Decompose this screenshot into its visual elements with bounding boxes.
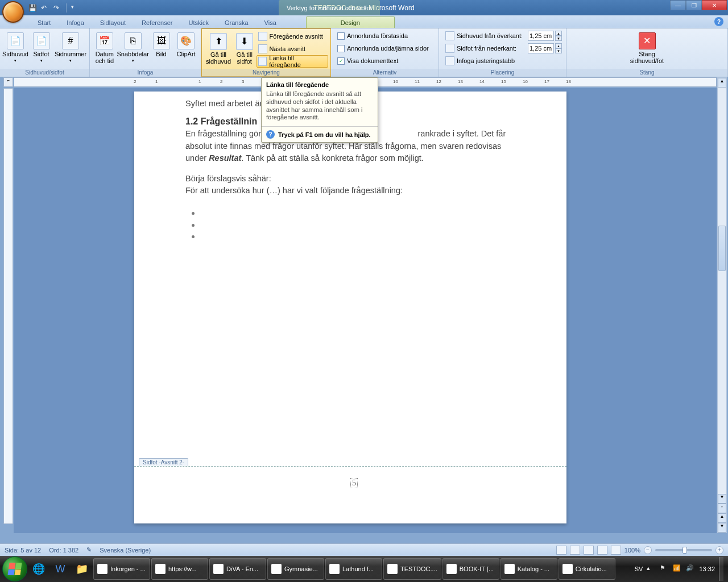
footer-margin-input[interactable] <box>528 43 554 53</box>
group-infoga: 📅Datum och tid ⎘Snabbdelar▾ 🖼Bild 🎨ClipA… <box>90 28 201 77</box>
ga-till-sidfot-button[interactable]: ⬇Gå till sidfot <box>233 30 257 68</box>
clipart-button[interactable]: 🎨ClipArt <box>173 30 198 60</box>
scroll-thumb[interactable] <box>718 226 726 271</box>
maximize-button[interactable]: ❐ <box>686 0 702 10</box>
calendar-icon: 📅 <box>96 32 113 49</box>
group-label: Alternativ <box>331 69 439 77</box>
taskbar-item[interactable]: Lathund f... <box>325 558 382 580</box>
office-button[interactable] <box>2 1 24 23</box>
browse-object-button[interactable]: ◦ <box>718 504 726 513</box>
save-icon[interactable]: 💾 <box>28 4 36 12</box>
document-page[interactable]: Syftet med arbetet är 1.2 Frågeställnin … <box>134 92 566 523</box>
ga-till-sidhuvud-button[interactable]: ⬆Gå till sidhuvud <box>204 30 233 68</box>
taskbar-item[interactable]: Katalog - ... <box>500 558 557 580</box>
spin-down-icon[interactable]: ▼ <box>555 48 562 53</box>
doc-text-italic: Resultat <box>209 153 241 163</box>
sidnummer-button[interactable]: #Sidnummer▾ <box>54 30 87 66</box>
bullet-item <box>201 207 520 219</box>
explorer-pinned-icon[interactable]: 📁 <box>72 559 92 579</box>
next-page-button[interactable]: ▼ <box>718 523 726 533</box>
taskbar-item[interactable]: TESTDOC.... <box>383 558 441 580</box>
spin-down-icon[interactable]: ▼ <box>555 36 562 41</box>
infoga-justeringstabb-button[interactable]: Infoga justeringstabb <box>444 55 564 67</box>
redo-icon[interactable]: ↷ <box>53 4 61 12</box>
sidhuvud-button[interactable]: 📄Sidhuvud▾ <box>2 30 28 66</box>
taskbar-item[interactable]: Cirkulatio... <box>559 558 615 580</box>
ruler-corner[interactable]: ⌐ <box>3 77 13 87</box>
taskbar-item[interactable]: https://w... <box>151 558 208 580</box>
prev-page-button[interactable]: ▲ <box>718 513 726 523</box>
footer-section-label[interactable]: Sidfot -Avsnitt 2- <box>139 458 188 466</box>
ruler-tick: 18 <box>566 79 571 84</box>
proofing-icon[interactable]: ✎ <box>86 546 92 554</box>
tab-referenser[interactable]: Referenser <box>134 17 180 28</box>
vertical-ruler[interactable] <box>3 88 13 524</box>
annorlunda-udda-checkbox[interactable]: Annorlunda udda/jämna sidor <box>336 42 431 55</box>
tab-granska[interactable]: Granska <box>217 17 257 28</box>
tab-sidlayout[interactable]: Sidlayout <box>92 17 134 28</box>
language-status[interactable]: Svenska (Sverige) <box>100 547 151 554</box>
system-tray: SV ▴ ⚑ 📶 🔊 13:32 <box>635 557 726 581</box>
taskbar-item[interactable]: BOOK-IT [... <box>442 558 499 580</box>
zoom-in-button[interactable]: + <box>715 546 723 554</box>
scroll-up-button[interactable]: ▲ <box>718 78 726 88</box>
tab-visa[interactable]: Visa <box>257 17 284 28</box>
zoom-slider[interactable] <box>655 549 712 551</box>
draft-view-button[interactable] <box>611 546 621 555</box>
zoom-out-button[interactable]: − <box>644 546 652 554</box>
ruler-tick: 17 <box>544 79 549 84</box>
print-layout-view-button[interactable] <box>556 546 566 555</box>
footer-margin-spinner[interactable]: ▲▼ <box>528 43 562 53</box>
zoom-slider-thumb[interactable] <box>682 547 687 554</box>
qat-more-icon[interactable]: ▾ <box>71 4 79 12</box>
help-icon[interactable]: ? <box>714 17 723 26</box>
show-hidden-icon[interactable]: ▴ <box>647 564 656 573</box>
undo-icon[interactable]: ↶ <box>41 4 49 12</box>
word-pinned-icon[interactable]: W <box>50 559 71 579</box>
group-stang: ✕Stäng sidhuvud/fot Stäng <box>566 28 728 77</box>
taskbar-item[interactable]: Gymnasie... <box>267 558 324 580</box>
datum-button[interactable]: 📅Datum och tid <box>92 30 117 67</box>
spin-up-icon[interactable]: ▲ <box>555 31 562 36</box>
bild-button[interactable]: 🖼Bild <box>149 30 174 60</box>
volume-icon[interactable]: 🔊 <box>686 564 695 573</box>
word-count[interactable]: Ord: 1 382 <box>49 547 78 554</box>
flag-icon[interactable]: ⚑ <box>660 564 669 573</box>
doc-text: rankrade i syftet. Det får <box>418 129 506 138</box>
stang-sidhuvud-button[interactable]: ✕Stäng sidhuvud/fot <box>628 30 666 67</box>
bullet-item <box>201 219 520 231</box>
annorlunda-forstasida-checkbox[interactable]: Annorlunda förstasida <box>336 30 431 42</box>
web-layout-view-button[interactable] <box>584 546 594 555</box>
tray-lang[interactable]: SV <box>635 566 643 572</box>
snabbdelar-button[interactable]: ⎘Snabbdelar▾ <box>117 30 149 66</box>
foregaende-avsnitt-button[interactable]: Föregående avsnitt <box>257 30 328 43</box>
start-button[interactable] <box>2 556 27 581</box>
outline-view-button[interactable] <box>597 546 607 555</box>
tab-utskick[interactable]: Utskick <box>181 17 217 28</box>
spin-up-icon[interactable]: ▲ <box>555 43 562 48</box>
show-desktop-button[interactable] <box>719 557 723 581</box>
header-margin-spinner[interactable]: ▲▼ <box>528 31 562 41</box>
scroll-down-button[interactable]: ▼ <box>718 494 726 504</box>
tray-clock[interactable]: 13:32 <box>699 566 715 572</box>
nasta-avsnitt-button[interactable]: Nästa avsnitt <box>257 43 328 55</box>
lanka-till-foregaende-button[interactable]: Länka till föregående <box>257 55 328 68</box>
page-status[interactable]: Sida: 5 av 12 <box>5 547 41 554</box>
tab-infoga[interactable]: Infoga <box>59 17 92 28</box>
tab-start[interactable]: Start <box>30 17 59 28</box>
network-icon[interactable]: 📶 <box>673 564 682 573</box>
minimize-button[interactable]: — <box>670 0 686 10</box>
chrome-pinned-icon[interactable]: 🌐 <box>28 559 49 579</box>
taskbar-item[interactable]: Inkorgen - ... <box>93 558 150 580</box>
visa-dokumenttext-checkbox[interactable]: ✓Visa dokumenttext <box>336 55 431 67</box>
sidfot-button[interactable]: 📄Sidfot▾ <box>28 30 54 66</box>
tab-design[interactable]: Design <box>306 16 395 28</box>
taskbar-item-label: Cirkulatio... <box>576 566 607 572</box>
zoom-level[interactable]: 100% <box>624 547 640 554</box>
full-screen-view-button[interactable] <box>570 546 580 555</box>
footer-page-number[interactable]: 5 <box>350 478 358 488</box>
vertical-scrollbar[interactable]: ▲ ▼ ◦ ▲ ▼ <box>717 77 727 533</box>
taskbar-item[interactable]: DiVA - En... <box>209 558 266 580</box>
header-margin-input[interactable] <box>528 31 554 41</box>
close-button[interactable]: ✕ <box>702 0 727 10</box>
